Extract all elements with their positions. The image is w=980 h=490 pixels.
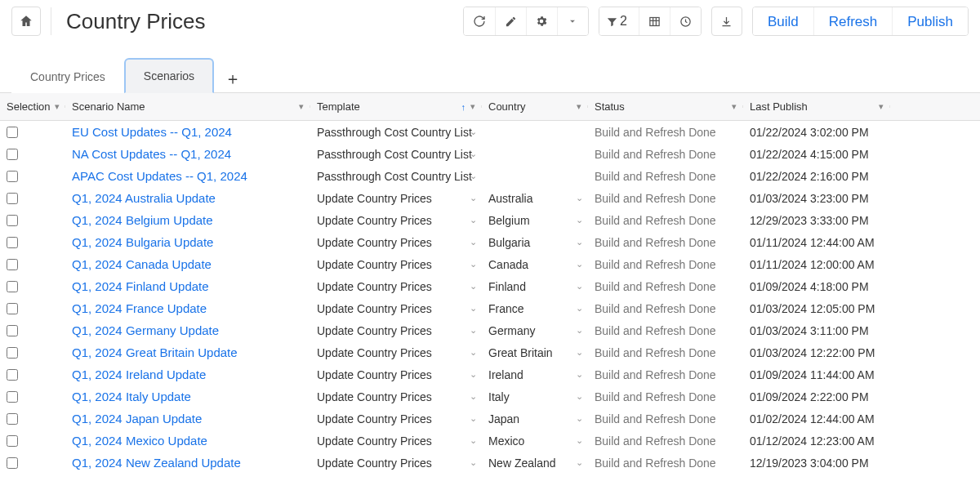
publish-button[interactable]: Publish bbox=[892, 7, 968, 36]
table-row: Q1, 2024 Germany Update Update Country P… bbox=[0, 319, 980, 341]
chevron-down-icon[interactable]: ⌄ bbox=[470, 127, 477, 137]
chevron-down-icon[interactable]: ⌄ bbox=[576, 325, 583, 336]
row-checkbox[interactable] bbox=[7, 347, 18, 359]
row-checkbox[interactable] bbox=[7, 391, 18, 403]
scenario-link[interactable]: Q1, 2024 Germany Update bbox=[72, 323, 219, 337]
chevron-down-icon[interactable]: ▾ bbox=[577, 101, 581, 112]
chevron-down-icon[interactable]: ⌄ bbox=[576, 457, 583, 468]
svg-rect-0 bbox=[650, 17, 659, 25]
col-template[interactable]: Template ↑ ▾ bbox=[310, 100, 482, 113]
row-checkbox[interactable] bbox=[7, 325, 18, 336]
cell-last-publish: 01/22/2024 4:15:00 PM bbox=[743, 148, 890, 161]
row-checkbox[interactable] bbox=[7, 413, 18, 425]
scenario-link[interactable]: Q1, 2024 Japan Update bbox=[72, 412, 202, 425]
chevron-down-icon[interactable]: ⌄ bbox=[576, 259, 583, 270]
scenario-link[interactable]: Q1, 2024 Ireland Update bbox=[72, 368, 206, 381]
row-checkbox[interactable] bbox=[7, 281, 18, 292]
chevron-down-icon[interactable]: ⌄ bbox=[576, 391, 583, 402]
chevron-down-icon[interactable]: ▾ bbox=[879, 101, 884, 112]
col-country[interactable]: Country ▾ bbox=[482, 100, 588, 113]
cell-status: Build and Refresh Done bbox=[588, 214, 743, 227]
chevron-down-icon[interactable]: ⌄ bbox=[470, 171, 477, 181]
col-last-publish[interactable]: Last Publish ▾ bbox=[743, 100, 890, 113]
home-button[interactable] bbox=[11, 7, 41, 36]
scenario-link[interactable]: Q1, 2024 Great Britain Update bbox=[72, 345, 238, 359]
cell-scenario: Q1, 2024 Finland Update bbox=[65, 279, 310, 293]
scenario-link[interactable]: Q1, 2024 Italy Update bbox=[72, 390, 191, 403]
row-checkbox[interactable] bbox=[7, 171, 18, 182]
chevron-down-icon[interactable]: ⌄ bbox=[470, 457, 477, 468]
chevron-down-icon[interactable]: ⌄ bbox=[576, 347, 583, 358]
scenario-link[interactable]: Q1, 2024 Belgium Update bbox=[72, 213, 213, 227]
scenario-link[interactable]: APAC Cost Updates -- Q1, 2024 bbox=[72, 169, 247, 183]
build-button[interactable]: Build bbox=[753, 7, 813, 36]
chevron-down-icon[interactable]: ⌄ bbox=[470, 259, 477, 270]
row-checkbox[interactable] bbox=[7, 435, 18, 447]
chevron-down-icon[interactable]: ⌄ bbox=[576, 413, 583, 424]
row-checkbox[interactable] bbox=[7, 149, 18, 160]
history-button[interactable] bbox=[670, 7, 701, 36]
chevron-down-icon[interactable]: ⌄ bbox=[470, 193, 477, 203]
sort-asc-icon[interactable]: ↑ bbox=[461, 102, 466, 112]
chevron-down-icon[interactable]: ⌄ bbox=[470, 215, 477, 225]
more-dropdown[interactable] bbox=[557, 7, 588, 36]
row-checkbox[interactable] bbox=[7, 215, 18, 226]
cell-country: Australia ⌄ bbox=[482, 192, 588, 205]
cell-last-publish: 01/22/2024 3:02:00 PM bbox=[743, 126, 890, 139]
chevron-down-icon[interactable]: ▾ bbox=[470, 101, 475, 112]
scenario-link[interactable]: Q1, 2024 Finland Update bbox=[72, 279, 209, 293]
download-button[interactable] bbox=[711, 7, 742, 36]
chevron-down-icon[interactable]: ⌄ bbox=[470, 369, 477, 380]
scenario-link[interactable]: Q1, 2024 France Update bbox=[72, 301, 207, 315]
row-checkbox[interactable] bbox=[7, 369, 18, 381]
chevron-down-icon[interactable]: ⌄ bbox=[470, 435, 477, 446]
chevron-down-icon[interactable]: ⌄ bbox=[470, 237, 477, 247]
chevron-down-icon[interactable]: ⌄ bbox=[576, 215, 583, 225]
cell-template: Passthrough Cost Country List ⌄ bbox=[310, 126, 482, 139]
tab-country-prices[interactable]: Country Prices bbox=[11, 60, 124, 93]
col-selection[interactable]: Selection ▾ bbox=[0, 100, 65, 113]
chevron-down-icon[interactable]: ⌄ bbox=[576, 303, 583, 314]
cell-status: Build and Refresh Done bbox=[588, 236, 743, 249]
chevron-down-icon[interactable]: ⌄ bbox=[470, 413, 477, 424]
chevron-down-icon[interactable]: ⌄ bbox=[576, 369, 583, 380]
chevron-down-icon[interactable]: ⌄ bbox=[576, 435, 583, 446]
columns-button[interactable] bbox=[639, 7, 670, 36]
tab-scenarios[interactable]: Scenarios bbox=[124, 58, 214, 93]
scenario-link[interactable]: NA Cost Updates -- Q1, 2024 bbox=[72, 147, 231, 161]
chevron-down-icon[interactable]: ▾ bbox=[732, 101, 737, 112]
scenario-link[interactable]: Q1, 2024 Bulgaria Update bbox=[72, 235, 213, 249]
scenario-link[interactable]: EU Cost Updates -- Q1, 2024 bbox=[72, 125, 232, 139]
edit-button[interactable] bbox=[495, 7, 526, 36]
row-checkbox[interactable] bbox=[7, 237, 18, 248]
chevron-down-icon[interactable]: ⌄ bbox=[470, 303, 477, 314]
settings-button[interactable] bbox=[526, 7, 557, 36]
chevron-down-icon[interactable]: ⌄ bbox=[576, 237, 583, 247]
chevron-down-icon[interactable]: ⌄ bbox=[576, 281, 583, 292]
row-checkbox[interactable] bbox=[7, 259, 18, 270]
scenario-link[interactable]: Q1, 2024 Mexico Update bbox=[72, 434, 207, 448]
chevron-down-icon[interactable]: ▾ bbox=[55, 101, 60, 112]
scenario-link[interactable]: Q1, 2024 New Zealand Update bbox=[72, 456, 241, 470]
chevron-down-icon[interactable]: ⌄ bbox=[470, 325, 477, 336]
row-checkbox[interactable] bbox=[7, 193, 18, 204]
cell-last-publish: 12/19/2023 3:04:00 PM bbox=[743, 457, 890, 470]
col-scenario-name[interactable]: Scenario Name ▾ bbox=[65, 100, 310, 113]
scenario-link[interactable]: Q1, 2024 Australia Update bbox=[72, 191, 216, 205]
refresh-button[interactable]: Refresh bbox=[813, 7, 893, 36]
chevron-down-icon[interactable]: ▾ bbox=[299, 101, 304, 112]
row-checkbox[interactable] bbox=[7, 127, 18, 138]
row-checkbox[interactable] bbox=[7, 457, 18, 469]
refresh-icon-button[interactable] bbox=[464, 7, 495, 36]
chevron-down-icon[interactable]: ⌄ bbox=[470, 347, 477, 358]
chevron-down-icon[interactable]: ⌄ bbox=[470, 149, 477, 159]
chevron-down-icon[interactable]: ⌄ bbox=[576, 193, 583, 203]
chevron-down-icon[interactable]: ⌄ bbox=[470, 391, 477, 402]
scenario-link[interactable]: Q1, 2024 Canada Update bbox=[72, 257, 212, 271]
row-checkbox[interactable] bbox=[7, 303, 18, 314]
add-tab-button[interactable]: ＋ bbox=[219, 65, 247, 92]
chevron-down-icon[interactable]: ⌄ bbox=[470, 281, 477, 292]
col-status[interactable]: Status ▾ bbox=[588, 100, 743, 113]
filter-button[interactable]: 2 bbox=[599, 7, 639, 36]
row-checkbox-cell bbox=[0, 171, 65, 182]
